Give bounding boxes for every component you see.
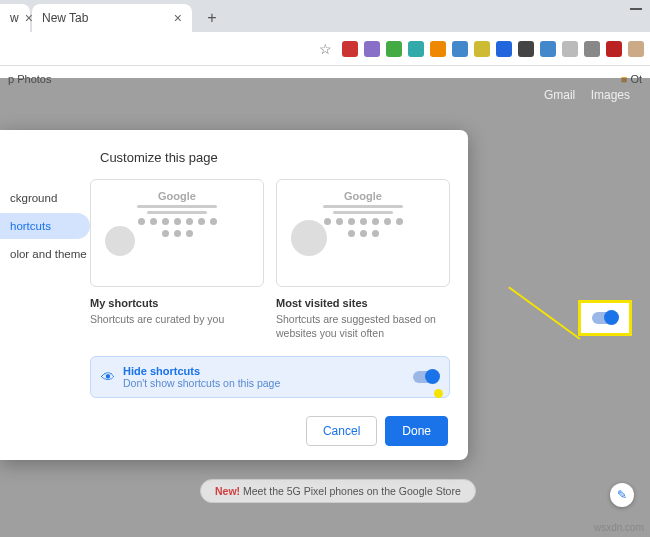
pencil-icon: ✎ (617, 488, 627, 502)
extension-icon[interactable] (518, 41, 534, 57)
extension-icon[interactable] (628, 41, 644, 57)
extension-icon[interactable] (540, 41, 556, 57)
tab-strip: w× New Tab× + (0, 0, 650, 32)
extension-icon[interactable] (474, 41, 490, 57)
extension-icon[interactable] (606, 41, 622, 57)
extension-icon[interactable] (408, 41, 424, 57)
side-item-shortcuts[interactable]: hortcuts (0, 213, 90, 239)
card-desc: Shortcuts are suggested based on website… (276, 313, 450, 340)
promo-new: New! (215, 485, 240, 497)
tab-label: New Tab (42, 11, 88, 25)
google-logo-text: Google (101, 190, 253, 202)
extension-icon[interactable] (386, 41, 402, 57)
hide-title: Hide shortcuts (123, 365, 413, 377)
extension-icon[interactable] (584, 41, 600, 57)
extension-icon[interactable] (430, 41, 446, 57)
watermark: wsxdn.com (594, 522, 644, 533)
person-icon (105, 226, 135, 256)
promo-text: Meet the 5G Pixel phones on the Google S… (240, 485, 461, 497)
hide-shortcuts-toggle[interactable] (413, 371, 439, 383)
annotation-highlight (578, 300, 632, 336)
images-link[interactable]: Images (591, 88, 630, 102)
hide-shortcuts-row: 👁 Hide shortcuts Don't show shortcuts on… (90, 356, 450, 398)
toggle-callout (592, 312, 618, 324)
card-label: Most visited sites (276, 297, 450, 309)
tab-partial[interactable]: w× (0, 4, 30, 32)
done-button[interactable]: Done (385, 416, 448, 446)
customize-dialog: Customize this page ckground hortcuts ol… (0, 130, 468, 460)
close-icon[interactable]: × (174, 10, 182, 26)
tab-new-tab[interactable]: New Tab× (32, 4, 192, 32)
card-desc: Shortcuts are curated by you (90, 313, 264, 327)
extension-icon[interactable] (452, 41, 468, 57)
globe-icon (291, 220, 327, 256)
overlay-header-links: Gmail Images (532, 88, 630, 102)
hide-subtitle: Don't show shortcuts on this page (123, 377, 413, 389)
minimize-icon[interactable] (630, 8, 642, 10)
option-my-shortcuts[interactable]: Google (90, 179, 264, 287)
side-item-background[interactable]: ckground (0, 185, 90, 211)
extension-icon[interactable] (342, 41, 358, 57)
toolbar: ☆ (0, 32, 650, 66)
option-most-visited[interactable]: Google (276, 179, 450, 287)
google-logo-text: Google (287, 190, 439, 202)
annotation-dot (434, 389, 443, 398)
new-tab-button[interactable]: + (200, 6, 224, 30)
eye-off-icon: 👁 (101, 369, 123, 385)
promo-chip[interactable]: New! Meet the 5G Pixel phones on the Goo… (200, 479, 476, 503)
cancel-button[interactable]: Cancel (306, 416, 377, 446)
dialog-content: Google My shortcuts Shortcuts are curate… (90, 179, 468, 446)
bookmark-star-icon[interactable]: ☆ (319, 41, 332, 57)
dialog-title: Customize this page (0, 130, 468, 179)
customize-fab[interactable]: ✎ (610, 483, 634, 507)
extension-icon[interactable] (562, 41, 578, 57)
side-item-color[interactable]: olor and theme (0, 241, 90, 267)
card-label: My shortcuts (90, 297, 264, 309)
dialog-side-menu: ckground hortcuts olor and theme (0, 179, 90, 446)
tab-label: w (10, 11, 19, 25)
extension-icon[interactable] (496, 41, 512, 57)
extension-icon[interactable] (364, 41, 380, 57)
gmail-link[interactable]: Gmail (544, 88, 575, 102)
